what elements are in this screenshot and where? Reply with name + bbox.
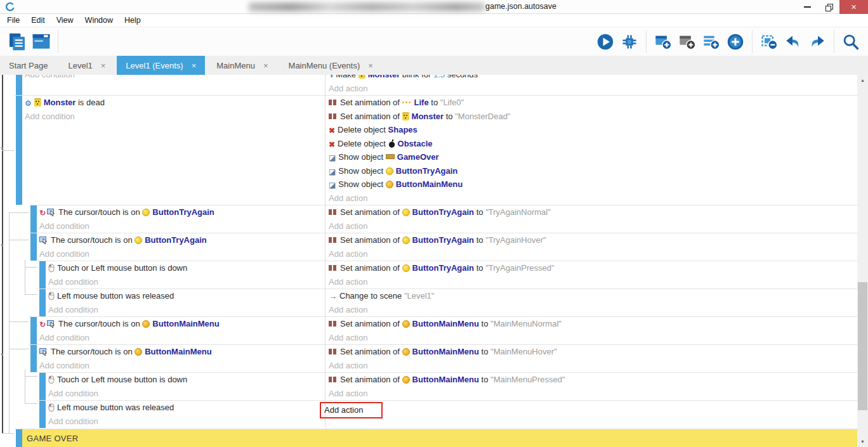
- action[interactable]: Set animation of ButtonMainMenu to "Main…: [326, 345, 857, 359]
- action[interactable]: →Change to scene "Level1": [326, 289, 857, 303]
- expander-icon[interactable]: ▾: [1, 146, 4, 152]
- add-action-button[interactable]: Add action: [326, 247, 857, 261]
- scroll-up-button[interactable]: [857, 75, 868, 86]
- add-condition-button[interactable]: Add condition: [37, 331, 325, 345]
- event-handle[interactable]: [16, 75, 22, 95]
- redo-button[interactable]: [807, 32, 827, 52]
- remove-event-button[interactable]: [759, 32, 779, 52]
- condition[interactable]: ↻The cursor/touch is on ButtonTryAgain: [37, 205, 325, 219]
- event-handle[interactable]: [16, 96, 22, 205]
- scrollbar-thumb[interactable]: [858, 282, 867, 410]
- action[interactable]: Set animation of Life to "Life0": [326, 96, 857, 110]
- action[interactable]: Set animation of ButtonTryAgain to "TryA…: [326, 261, 857, 275]
- scene-window-icon[interactable]: [31, 32, 51, 52]
- event-handle[interactable]: [30, 345, 37, 372]
- action[interactable]: Set animation of ButtonMainMenu to "Main…: [326, 373, 857, 387]
- menu-edit[interactable]: Edit: [25, 15, 51, 26]
- event-handle[interactable]: [39, 289, 46, 316]
- add-action-button[interactable]: Add action: [326, 331, 857, 345]
- instruction-text: The cursor/touch is on: [51, 235, 135, 245]
- add-action-button[interactable]: Add action: [326, 191, 857, 205]
- action[interactable]: ◪Show object GameOver: [326, 150, 857, 164]
- menu-window[interactable]: Window: [79, 15, 119, 26]
- action[interactable]: ✖Delete object Shapes: [326, 123, 857, 137]
- vertical-scrollbar[interactable]: [857, 75, 868, 447]
- tab-mainmenu[interactable]: MainMenu ×: [207, 56, 277, 75]
- condition[interactable]: The cursor/touch is on ButtonTryAgain: [37, 233, 325, 247]
- tab-start-page[interactable]: Start Page: [0, 56, 56, 75]
- event-handle[interactable]: [30, 317, 37, 344]
- condition[interactable]: ↻The cursor/touch is on ButtonMainMenu: [37, 317, 325, 331]
- event-handle[interactable]: [39, 261, 46, 288]
- action[interactable]: Set animation of ButtonTryAgain to "TryA…: [326, 205, 857, 219]
- scroll-down-button[interactable]: [857, 436, 868, 447]
- add-condition-button[interactable]: Add condition: [22, 110, 325, 124]
- add-new-button[interactable]: [725, 32, 746, 52]
- add-event-button[interactable]: [653, 32, 673, 52]
- condition[interactable]: ⚙Monster is dead: [22, 96, 325, 110]
- event-handle[interactable]: [30, 205, 37, 233]
- minimize-button[interactable]: [796, 0, 818, 14]
- actions-column: Set animation of ButtonTryAgain to "TryA…: [325, 205, 857, 233]
- add-action-button[interactable]: Add action: [326, 82, 857, 96]
- action[interactable]: Set animation of ButtonMainMenu to "Main…: [326, 317, 857, 331]
- expander-icon[interactable]: ▾: [1, 352, 4, 358]
- project-manager-icon[interactable]: [7, 32, 27, 52]
- add-condition-button[interactable]: Add condition: [37, 247, 325, 261]
- add-action-button[interactable]: Add action: [326, 275, 857, 289]
- event-handle[interactable]: [39, 401, 46, 428]
- condition[interactable]: Left mouse button was released: [46, 289, 325, 303]
- menu-help[interactable]: Help: [119, 15, 147, 26]
- close-button[interactable]: ×: [839, 0, 868, 14]
- add-condition-button[interactable]: Add condition: [46, 387, 325, 401]
- add-condition-button[interactable]: Add condition: [22, 75, 325, 82]
- condition[interactable]: Touch or Left mouse button is down: [46, 373, 325, 387]
- restore-button[interactable]: [818, 0, 839, 14]
- close-icon[interactable]: ×: [192, 61, 197, 70]
- toolbar: [0, 27, 868, 56]
- menu-view[interactable]: View: [51, 15, 79, 26]
- comment-text[interactable]: GAME OVER: [22, 429, 857, 447]
- close-icon[interactable]: ×: [263, 61, 268, 70]
- play-button[interactable]: [595, 32, 615, 52]
- event-handle[interactable]: [16, 429, 22, 447]
- debug-button[interactable]: [619, 32, 640, 52]
- add-subevent-button[interactable]: [677, 32, 697, 52]
- add-condition-button[interactable]: Add condition: [46, 275, 325, 289]
- search-button[interactable]: [841, 32, 861, 52]
- add-comment-button[interactable]: [701, 32, 721, 52]
- add-action-button[interactable]: Add action: [326, 303, 857, 317]
- close-icon[interactable]: ×: [368, 61, 373, 70]
- event-row: Touch or Left mouse button is downAdd co…: [37, 261, 857, 288]
- show-icon: ◪: [329, 167, 336, 176]
- condition[interactable]: Touch or Left mouse button is down: [46, 261, 325, 275]
- condition[interactable]: Left mouse button was released: [46, 401, 325, 415]
- tab-level1[interactable]: Level1 ×: [59, 56, 114, 75]
- add-condition-button[interactable]: Add condition: [46, 415, 325, 429]
- add-condition-button[interactable]: Add condition: [46, 303, 325, 317]
- event-handle[interactable]: [30, 233, 37, 261]
- action[interactable]: ◪Show object ButtonMainMenu: [326, 178, 857, 191]
- add-action-button[interactable]: Add action: [326, 387, 857, 401]
- expander-icon[interactable]: ▾: [1, 243, 4, 249]
- undo-button[interactable]: [783, 32, 803, 52]
- action[interactable]: ✖Delete object Obstacle: [326, 137, 857, 151]
- add-action-button[interactable]: Add action: [326, 359, 857, 373]
- event-handle[interactable]: [39, 373, 46, 400]
- add-condition-button[interactable]: Add condition: [37, 359, 325, 373]
- condition[interactable]: The cursor/touch is on ButtonMainMenu: [37, 345, 325, 359]
- action[interactable]: ◑Make Monster blink for 1.5 seconds: [326, 75, 857, 82]
- add-action-button[interactable]: Add action: [326, 219, 857, 233]
- add-action-button[interactable]: Add action: [320, 402, 383, 418]
- action[interactable]: Set animation of Monster to "MonsterDead…: [326, 110, 857, 124]
- action[interactable]: Set animation of ButtonTryAgain to "TryA…: [326, 233, 857, 247]
- instruction-text: Touch or Left mouse button is down: [57, 263, 187, 273]
- add-condition-button[interactable]: Add condition: [37, 219, 325, 233]
- delete-icon: ✖: [329, 140, 335, 149]
- close-icon[interactable]: ×: [101, 61, 106, 70]
- btn-orange-icon: [135, 348, 142, 356]
- tab-level1-events[interactable]: Level1 (Events) ×: [117, 56, 205, 75]
- tab-mainmenu-events[interactable]: MainMenu (Events) ×: [280, 56, 382, 75]
- action[interactable]: ◪Show object ButtonTryAgain: [326, 164, 857, 178]
- menu-file[interactable]: File: [1, 15, 25, 26]
